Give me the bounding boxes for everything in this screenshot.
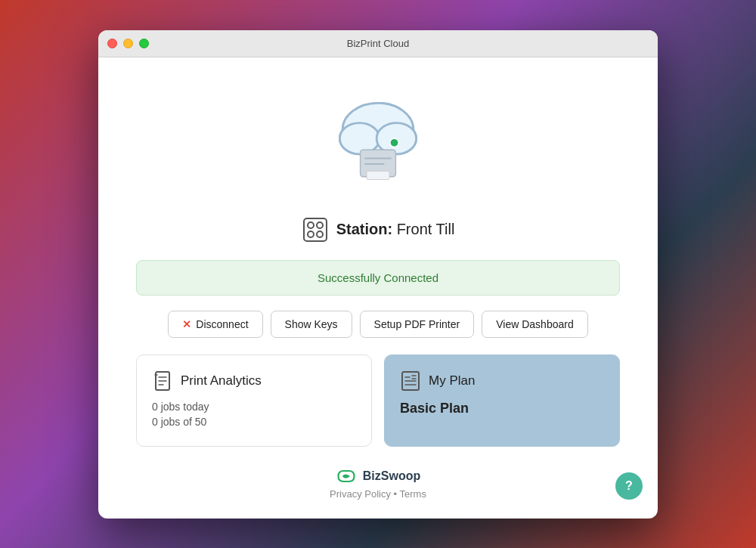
terms-link[interactable]: Terms bbox=[400, 488, 426, 500]
print-analytics-title: Print Analytics bbox=[181, 373, 262, 389]
station-label: Station: Front Till bbox=[336, 221, 455, 238]
station-row: Station: Front Till bbox=[302, 216, 455, 243]
show-keys-label: Show Keys bbox=[285, 318, 338, 330]
disconnect-label: Disconnect bbox=[196, 318, 248, 330]
window-title: BizPrint Cloud bbox=[347, 38, 409, 49]
svg-point-9 bbox=[390, 138, 398, 147]
footer: BizSwoop Privacy Policy • Terms ? bbox=[136, 468, 620, 500]
x-icon: ✕ bbox=[182, 318, 191, 330]
svg-rect-11 bbox=[304, 218, 327, 241]
print-analytics-card: Print Analytics 0 jobs today 0 jobs of 5… bbox=[136, 354, 372, 447]
cloud-illustration bbox=[318, 80, 438, 201]
jobs-of: 0 jobs of 50 bbox=[152, 416, 356, 428]
plan-name: Basic Plan bbox=[400, 401, 604, 416]
privacy-policy-link[interactable]: Privacy Policy bbox=[330, 488, 391, 500]
station-icon bbox=[302, 216, 329, 243]
my-plan-icon bbox=[400, 370, 421, 392]
my-plan-title: My Plan bbox=[429, 373, 475, 389]
show-keys-button[interactable]: Show Keys bbox=[271, 311, 352, 338]
setup-pdf-button[interactable]: Setup PDF Printer bbox=[360, 311, 475, 338]
bizswoop-logo-icon bbox=[336, 468, 357, 485]
svg-point-14 bbox=[308, 231, 314, 237]
status-message: Successfully Connected bbox=[318, 271, 438, 284]
success-banner: Successfully Connected bbox=[136, 260, 620, 296]
help-button[interactable]: ? bbox=[615, 472, 643, 500]
print-analytics-icon bbox=[152, 370, 173, 392]
station-key: Station: bbox=[336, 221, 392, 237]
traffic-lights bbox=[107, 39, 149, 48]
footer-links: Privacy Policy • Terms bbox=[330, 488, 426, 500]
cards-row: Print Analytics 0 jobs today 0 jobs of 5… bbox=[136, 354, 620, 447]
svg-point-15 bbox=[317, 231, 323, 237]
close-button[interactable] bbox=[107, 39, 117, 48]
disconnect-button[interactable]: ✕ Disconnect bbox=[168, 311, 262, 338]
minimize-button[interactable] bbox=[123, 39, 133, 48]
setup-pdf-label: Setup PDF Printer bbox=[374, 318, 460, 330]
jobs-today: 0 jobs today bbox=[152, 401, 356, 413]
action-buttons: ✕ Disconnect Show Keys Setup PDF Printer… bbox=[168, 311, 587, 338]
app-window: BizPrint Cloud bbox=[98, 30, 658, 519]
print-analytics-header: Print Analytics bbox=[152, 370, 356, 392]
footer-separator: • bbox=[394, 488, 400, 500]
my-plan-header: My Plan bbox=[400, 370, 604, 392]
view-dashboard-label: View Dashboard bbox=[496, 318, 573, 330]
my-plan-card: My Plan Basic Plan bbox=[384, 354, 620, 447]
footer-brand-name: BizSwoop bbox=[363, 469, 420, 483]
svg-point-13 bbox=[317, 222, 323, 228]
maximize-button[interactable] bbox=[139, 39, 149, 48]
svg-rect-10 bbox=[367, 171, 389, 179]
station-name: Front Till bbox=[397, 221, 455, 237]
window-content: Station: Front Till Successfully Connect… bbox=[98, 57, 658, 519]
footer-brand: BizSwoop bbox=[336, 468, 420, 485]
view-dashboard-button[interactable]: View Dashboard bbox=[482, 311, 587, 338]
svg-point-12 bbox=[308, 222, 314, 228]
title-bar: BizPrint Cloud bbox=[98, 30, 658, 57]
